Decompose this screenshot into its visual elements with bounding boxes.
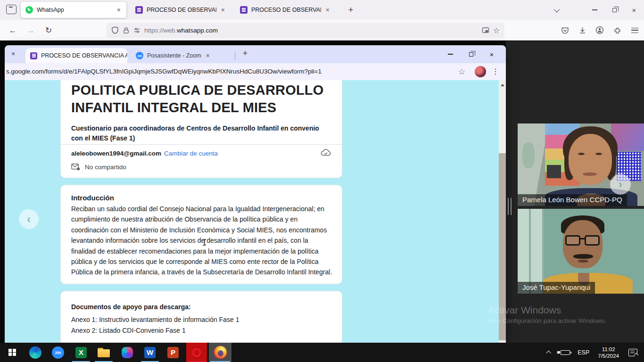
- new-tab-button[interactable]: +: [345, 4, 357, 16]
- participant-name-label: Pamela León Bowen CCPD-PQ: [518, 194, 627, 206]
- action-center-icon[interactable]: [628, 349, 637, 356]
- chrome-address-bar[interactable]: s.google.com/forms/d/e/1FAIpQLSfYL3fnIGp…: [5, 63, 506, 80]
- firefox-tab-observancia-1[interactable]: PROCESO DE OBSERVANCIA A ×: [131, 2, 231, 18]
- url-text[interactable]: https://web.whatsapp.com: [144, 27, 478, 34]
- page-scrollbar[interactable]: [499, 80, 506, 343]
- scroll-left-button[interactable]: ‹: [19, 209, 39, 229]
- taskbar-zoom[interactable]: zm: [48, 343, 68, 362]
- microsoft-365-icon: [122, 347, 133, 358]
- docs-heading: Documentos de apoyo para descarga:: [71, 303, 331, 311]
- profile-avatar[interactable]: [475, 66, 486, 77]
- doc-link-anexo1: Anexo 1: Instructivo levantamiento de in…: [71, 314, 331, 325]
- tab-title: PROCESO DE OBSERVANCIA A: [251, 7, 321, 13]
- google-forms-icon: [240, 6, 248, 14]
- next-participants-button[interactable]: ›: [610, 174, 631, 195]
- excel-icon: X: [75, 347, 87, 358]
- new-tab-button[interactable]: +: [239, 49, 251, 58]
- google-form-page: ‹ POLITICA PUBLICA DE DESARROLLO INFANTI…: [5, 80, 506, 343]
- taskbar-edge[interactable]: [25, 343, 46, 362]
- language-indicator[interactable]: ESP: [578, 349, 589, 356]
- tab-title: PROCESO DE OBSERVANCIA A: [41, 52, 127, 59]
- firefox-tab-observancia-2[interactable]: PROCESO DE OBSERVANCIA A ×: [235, 2, 335, 18]
- firefox-address-bar[interactable]: https://web.whatsapp.com ☆: [107, 23, 504, 38]
- windows-logo-icon: [8, 349, 16, 356]
- bookmark-star-icon[interactable]: ☆: [458, 67, 465, 77]
- minimize-button[interactable]: [440, 45, 461, 63]
- scrollbar-up-arrow-icon[interactable]: [501, 84, 504, 86]
- restore-button[interactable]: [461, 45, 481, 63]
- lock-icon[interactable]: [123, 27, 130, 34]
- tab-title: PROCESO DE OBSERVANCIA A: [147, 7, 216, 13]
- tab-title: Posasistente - Zoom: [147, 52, 201, 59]
- edge-icon: [29, 346, 41, 359]
- draft-saved-cloud-icon: [320, 148, 331, 159]
- taskbar-powerpoint[interactable]: P: [163, 343, 183, 362]
- form-intro-card: Introducción Reciban un saludo cordial d…: [60, 185, 342, 284]
- extensions-icon[interactable]: [611, 24, 624, 37]
- form-docs-card: Documentos de apoyo para descarga: Anexo…: [60, 291, 342, 343]
- menu-icon[interactable]: [628, 24, 641, 37]
- zoom-icon: zm: [52, 346, 64, 359]
- close-tab-icon[interactable]: ×: [205, 52, 211, 59]
- firefox-icon: [214, 346, 227, 359]
- watermark-line1: Activar Windows: [488, 304, 606, 316]
- back-icon[interactable]: ←: [7, 25, 19, 37]
- form-header-card: POLITICA PUBLICA DE DESARROLLO INFANTIL …: [60, 80, 342, 178]
- close-tab-icon[interactable]: ×: [220, 6, 226, 14]
- url-scheme: https://web.: [144, 27, 177, 34]
- word-icon: W: [144, 347, 156, 358]
- url-text[interactable]: s.google.com/forms/d/e/1FAIpQLSfYL3fnIGp…: [6, 68, 322, 75]
- tab-title: WhatsApp: [37, 7, 112, 13]
- taskbar-firefox[interactable]: [209, 343, 231, 362]
- taskbar-excel[interactable]: X: [71, 343, 91, 362]
- restore-button[interactable]: [604, 0, 624, 20]
- close-button[interactable]: ×: [481, 45, 502, 63]
- chrome-tab-zoom[interactable]: zm Posasistente - Zoom ×: [131, 48, 231, 63]
- desktop-screen: WhatsApp × PROCESO DE OBSERVANCIA A × PR…: [0, 0, 644, 362]
- bookmark-star-icon[interactable]: ☆: [493, 26, 500, 35]
- reload-icon[interactable]: ↻: [42, 25, 55, 37]
- taskbar-word[interactable]: W: [140, 343, 160, 362]
- list-all-tabs-icon[interactable]: [546, 0, 566, 20]
- downloads-icon[interactable]: [576, 24, 589, 37]
- close-tab-icon[interactable]: ×: [11, 50, 15, 58]
- windows-taskbar: zm X W P ESP 11:02 7/5/2024: [0, 343, 644, 362]
- opera-icon: [191, 347, 202, 358]
- minimize-button[interactable]: [585, 0, 604, 20]
- pocket-icon[interactable]: [558, 24, 571, 37]
- taskbar-opera[interactable]: [186, 343, 207, 362]
- zoom-icon: zm: [136, 52, 143, 59]
- chrome-menu-icon[interactable]: ⋮: [492, 67, 499, 76]
- firefox-tab-bar: WhatsApp × PROCESO DE OBSERVANCIA A × PR…: [0, 0, 644, 20]
- firefox-tab-whatsapp[interactable]: WhatsApp ×: [21, 2, 126, 18]
- zoom-video-pamela[interactable]: Pamela León Bowen CCPD-PQ: [518, 123, 644, 206]
- close-button[interactable]: ×: [624, 0, 644, 20]
- chrome-tab-observancia[interactable]: PROCESO DE OBSERVANCIA A ×: [25, 48, 127, 63]
- participant-face: [569, 134, 612, 185]
- tray-expand-icon[interactable]: [546, 350, 551, 355]
- google-forms-icon: [135, 6, 143, 14]
- account-email: aleleobowen1994@gmail.com: [71, 150, 161, 157]
- permissions-icon[interactable]: [133, 27, 140, 34]
- forward-icon[interactable]: →: [25, 25, 37, 37]
- intro-heading: Introducción: [71, 194, 331, 202]
- form-title: POLITICA PUBLICA DE DESARROLLO INFANTIL …: [71, 82, 326, 116]
- participant-name-label: José Tupac-Yupanqui: [518, 282, 595, 294]
- shield-icon[interactable]: [111, 26, 119, 34]
- taskbar-clock[interactable]: 11:02 7/5/2024: [598, 346, 619, 359]
- panel-drag-handle[interactable]: [508, 198, 512, 215]
- zoom-video-jose[interactable]: José Tupac-Yupanqui: [518, 209, 644, 294]
- taskbar-file-explorer[interactable]: [93, 343, 114, 362]
- whatsapp-icon: [25, 6, 33, 14]
- form-subtitle: Cuestionario para coordinadoras de Centr…: [71, 123, 328, 143]
- switch-account-link[interactable]: Cambiar de cuenta: [164, 150, 218, 157]
- close-tab-icon[interactable]: ×: [325, 6, 330, 14]
- page-action-icon[interactable]: [482, 26, 489, 34]
- firefox-view-icon[interactable]: [6, 5, 17, 14]
- battery-charging-icon[interactable]: [561, 350, 570, 355]
- start-button[interactable]: [2, 343, 23, 362]
- close-tab-icon[interactable]: ×: [116, 6, 122, 14]
- taskbar-microsoft365[interactable]: [117, 343, 138, 362]
- file-explorer-icon: [98, 348, 110, 357]
- account-icon[interactable]: [593, 24, 606, 37]
